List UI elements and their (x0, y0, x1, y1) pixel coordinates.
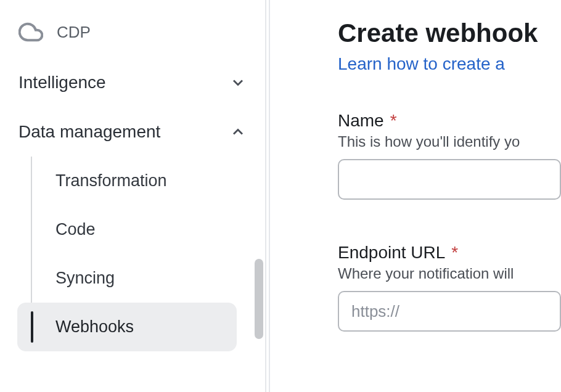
sidebar-section-intelligence-label: Intelligence (18, 73, 106, 92)
name-label-text: Name (338, 111, 384, 131)
name-hint: This is how you'll identify yo (338, 133, 561, 150)
chevron-up-icon (229, 123, 247, 141)
sidebar-scrollbar[interactable] (255, 259, 263, 339)
sidebar-item-code-label: Code (55, 220, 96, 239)
sidebar-subnav: Transformation Code Syncing Webhooks (0, 157, 265, 351)
sidebar-section-intelligence[interactable]: Intelligence (0, 62, 265, 111)
name-label: Name * (338, 111, 561, 131)
sidebar-item-cdp[interactable]: CDP (0, 11, 265, 62)
form-group-endpoint: Endpoint URL * Where your notification w… (338, 243, 561, 332)
name-input[interactable] (338, 159, 561, 200)
required-asterisk: * (390, 111, 397, 131)
endpoint-label-text: Endpoint URL (338, 243, 445, 263)
endpoint-url-input[interactable] (338, 291, 561, 332)
sidebar: CDP Intelligence Data management Transfo… (0, 0, 266, 392)
sidebar-item-transformation[interactable]: Transformation (17, 157, 237, 205)
sidebar-item-transformation-label: Transformation (55, 171, 167, 190)
required-asterisk: * (451, 243, 458, 263)
sidebar-item-cdp-label: CDP (57, 23, 91, 42)
endpoint-label: Endpoint URL * (338, 243, 561, 263)
endpoint-hint: Where your notification will (338, 265, 561, 282)
form-group-name: Name * This is how you'll identify yo (338, 111, 561, 200)
sidebar-section-data-management-label: Data management (18, 122, 160, 142)
sidebar-item-code[interactable]: Code (17, 205, 237, 254)
sidebar-item-syncing-label: Syncing (55, 269, 115, 288)
sidebar-item-webhooks-label: Webhooks (55, 317, 134, 337)
chevron-down-icon (229, 74, 247, 91)
page-title: Create webhook (338, 18, 561, 48)
help-link[interactable]: Learn how to create a (338, 54, 505, 74)
sidebar-item-webhooks[interactable]: Webhooks (17, 303, 237, 351)
sidebar-item-syncing[interactable]: Syncing (17, 254, 237, 303)
cloud-icon (18, 20, 43, 44)
sidebar-section-data-management[interactable]: Data management (0, 111, 265, 157)
main-content: Create webhook Learn how to create a Nam… (270, 0, 561, 392)
